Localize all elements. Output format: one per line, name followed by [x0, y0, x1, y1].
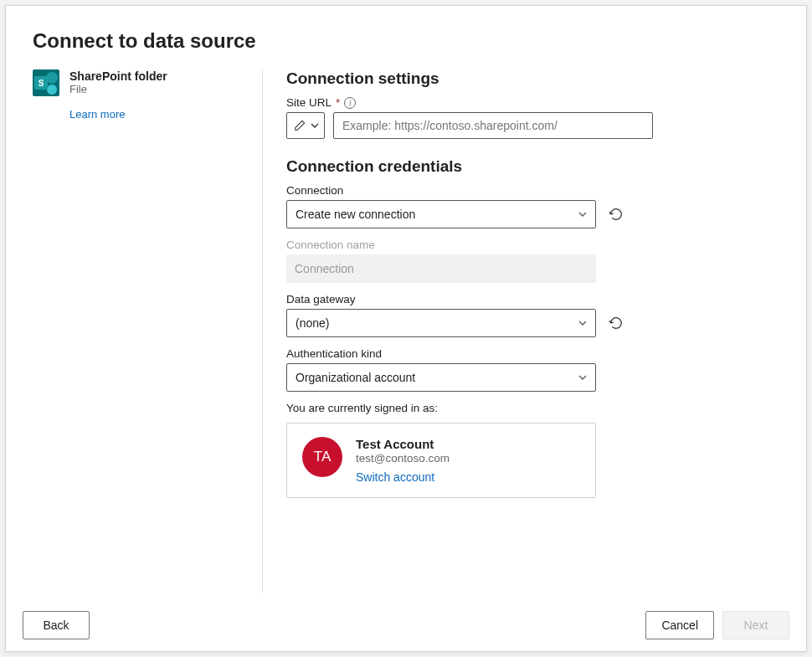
switch-account-link[interactable]: Switch account [356, 470, 450, 484]
content-area: S SharePoint folder File Learn more Conn… [33, 69, 779, 593]
url-mode-dropdown[interactable] [286, 112, 325, 139]
signed-in-label: You are currently signed in as: [286, 402, 779, 414]
account-card: TA Test Account test@contoso.com Switch … [286, 423, 596, 498]
page-title: Connect to data source [33, 29, 779, 53]
learn-more-link[interactable]: Learn more [69, 108, 125, 121]
info-icon[interactable]: i [344, 97, 356, 109]
avatar: TA [302, 437, 342, 477]
dialog-footer: Back Cancel Next [6, 599, 806, 651]
data-gateway-select[interactable]: (none) [286, 309, 596, 337]
chevron-down-icon [578, 373, 587, 382]
site-url-label: Site URL * i [286, 96, 779, 109]
source-summary-panel: S SharePoint folder File Learn more [33, 69, 242, 593]
auth-kind-select[interactable]: Organizational account [286, 363, 596, 392]
connection-select[interactable]: Create new connection [286, 200, 596, 228]
connection-label: Connection [286, 184, 779, 197]
sharepoint-icon: S [33, 69, 59, 96]
account-email: test@contoso.com [356, 452, 450, 465]
back-button[interactable]: Back [23, 611, 90, 639]
dialog-body: Connect to data source S SharePoint fold… [6, 6, 806, 599]
data-gateway-label: Data gateway [286, 293, 779, 305]
connection-name-input: Connection [286, 254, 596, 283]
next-button: Next [722, 611, 789, 639]
chevron-down-icon [578, 319, 587, 327]
data-source-row: S SharePoint folder File [33, 69, 242, 96]
connection-credentials-heading: Connection credentials [286, 157, 779, 176]
data-source-name: SharePoint folder [69, 69, 167, 83]
refresh-connections-button[interactable] [604, 203, 628, 226]
connect-data-source-dialog: Connect to data source S SharePoint fold… [5, 5, 807, 652]
required-marker: * [336, 96, 340, 109]
vertical-divider [262, 69, 263, 593]
auth-kind-label: Authentication kind [286, 347, 779, 360]
cancel-button[interactable]: Cancel [645, 611, 714, 639]
pencil-icon [294, 120, 306, 131]
refresh-icon [609, 316, 624, 331]
account-display-name: Test Account [356, 437, 450, 451]
connection-settings-heading: Connection settings [286, 69, 779, 88]
connection-name-label: Connection name [286, 239, 779, 251]
chevron-down-icon [578, 210, 587, 218]
settings-panel: Connection settings Site URL * i [283, 69, 779, 593]
refresh-icon [609, 207, 624, 222]
data-source-category: File [69, 83, 167, 95]
refresh-gateways-button[interactable] [604, 311, 628, 335]
site-url-input[interactable] [333, 112, 653, 139]
chevron-down-icon [311, 121, 319, 130]
